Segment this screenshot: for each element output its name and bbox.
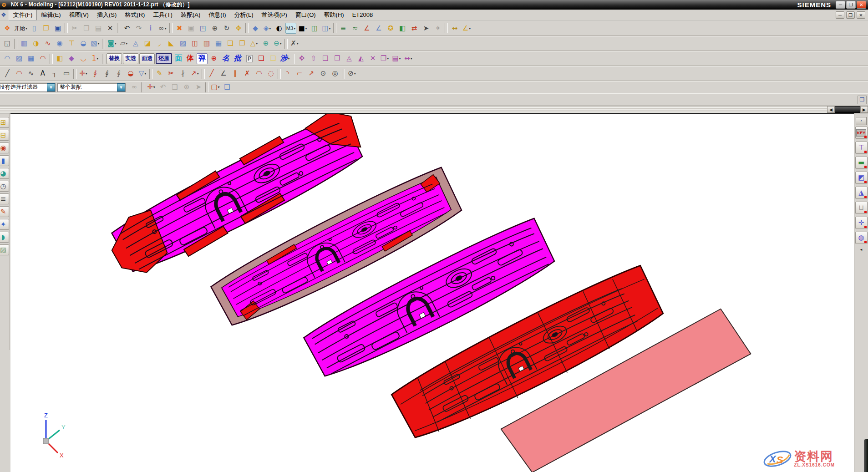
- restore-view-icon[interactable]: ❐: [858, 96, 867, 104]
- circle-diameter-icon-dropdown[interactable]: ▾: [354, 71, 356, 76]
- new-file-icon[interactable]: ▯: [29, 23, 40, 34]
- offset-region-icon[interactable]: ❑: [320, 53, 331, 64]
- redo-icon[interactable]: ↷: [133, 23, 144, 34]
- track-point-icon[interactable]: ◉: [0, 142, 9, 153]
- select-cursor-icon[interactable]: ➤: [421, 23, 431, 34]
- fillet-corner-icon[interactable]: ◝: [282, 68, 293, 79]
- restore-button-window[interactable]: ❐: [846, 1, 856, 9]
- resize-face-icon[interactable]: ↔▾: [403, 53, 414, 64]
- menu-preferences[interactable]: 首选项(P): [257, 10, 291, 20]
- remove-feature-icon[interactable]: ✕: [367, 53, 378, 64]
- trim-corner-icon[interactable]: ↗: [306, 68, 317, 79]
- pattern-face-icon[interactable]: ▤▾: [391, 53, 402, 64]
- draft-icon[interactable]: △▾: [249, 38, 259, 49]
- analysis-tool-icon[interactable]: ✦: [0, 219, 9, 230]
- batch-tool-button[interactable]: 批: [232, 53, 243, 64]
- spline-icon[interactable]: ∿: [25, 68, 36, 79]
- resource-expand-icon[interactable]: ›: [856, 117, 867, 125]
- dotted-circle-icon[interactable]: ◌: [265, 68, 276, 79]
- menu-window[interactable]: 窗口(O): [291, 10, 320, 20]
- pad-icon[interactable]: ◒: [78, 38, 89, 49]
- measure-angle-icon[interactable]: ∠▾: [461, 23, 472, 34]
- corner-curve-icon[interactable]: ┐: [49, 68, 60, 79]
- datum-plane-icon-dropdown[interactable]: ▾: [126, 41, 127, 46]
- swap-visibility-icon[interactable]: ⇄: [409, 23, 420, 34]
- blue-tool-icon[interactable]: ▮: [0, 155, 9, 166]
- rectangle-select-icon-dropdown[interactable]: ▾: [218, 85, 220, 89]
- menu-format[interactable]: 格式(R): [121, 10, 149, 20]
- save-icon[interactable]: ▣: [52, 23, 63, 34]
- intersect-curve-icon[interactable]: ▽▾: [137, 68, 148, 79]
- curve-length-icon-dropdown[interactable]: ▾: [197, 71, 199, 76]
- snap-point-icon-dropdown[interactable]: ▾: [153, 85, 155, 89]
- roles-people-icon[interactable]: ◗: [0, 232, 9, 243]
- orient-view-icon[interactable]: ◈▾: [262, 23, 273, 34]
- start-button-dropdown[interactable]: ▾: [25, 26, 27, 30]
- menu-assemblies[interactable]: 装配(A): [177, 10, 204, 20]
- feature-dimension-icon-dropdown[interactable]: ▾: [297, 41, 299, 46]
- scroll-right-icon[interactable]: ▶: [860, 106, 868, 113]
- scope-dropdown-icon[interactable]: ▼: [117, 83, 125, 91]
- copy-point-icon[interactable]: P: [244, 53, 255, 64]
- parallel-line-icon[interactable]: ∥: [230, 68, 241, 79]
- clip-work-section-icon-dropdown[interactable]: ▾: [329, 26, 331, 30]
- unite-body-icon[interactable]: ❑: [225, 38, 236, 49]
- open-folder-icon[interactable]: ❐: [41, 23, 51, 34]
- minimize-button[interactable]: ─: [836, 1, 845, 9]
- datum-plane-icon[interactable]: ▱▾: [118, 38, 129, 49]
- customize-grid-icon[interactable]: ◱: [2, 38, 13, 49]
- appearance-pencil-icon[interactable]: ✎: [0, 206, 9, 217]
- solid-translucent-button[interactable]: 实透: [123, 53, 138, 64]
- line-icon[interactable]: ╱: [2, 68, 13, 79]
- part-knob-icon[interactable]: ◍: [855, 232, 868, 244]
- detail-list-icon[interactable]: ≡: [0, 193, 9, 204]
- hole-icon[interactable]: ◉: [54, 38, 65, 49]
- basic-arc-icon[interactable]: ◠: [254, 68, 264, 79]
- spring-tool-button[interactable]: 弹: [197, 53, 208, 64]
- menu-tools[interactable]: 工具(T): [149, 10, 177, 20]
- copy-face-icon-dropdown[interactable]: ▾: [387, 56, 389, 61]
- point-icon[interactable]: ✛▾: [78, 68, 89, 79]
- zoom-region-icon[interactable]: ◳: [198, 23, 208, 34]
- selection-scope-combo[interactable]: 整个装配 ▼: [57, 83, 126, 92]
- boolean-subtract-icon-dropdown[interactable]: ▾: [280, 41, 282, 46]
- chamfer-corner-icon[interactable]: ⌐: [294, 68, 305, 79]
- horizontal-scrollbar[interactable]: ◀ ▶: [0, 106, 868, 113]
- pull-face-icon[interactable]: ⇧: [308, 53, 319, 64]
- start-button[interactable]: 开始▾: [14, 23, 28, 34]
- rotate-view-icon[interactable]: ↻: [221, 23, 232, 34]
- scene-image-icon[interactable]: ▨: [0, 244, 9, 255]
- selection-filter-combo[interactable]: 没有选择过滤器 ▼: [0, 83, 56, 92]
- body-tool-button[interactable]: 体: [185, 53, 196, 64]
- trimmed-sheet-icon[interactable]: ▨: [178, 38, 188, 49]
- zoom-in-out-icon[interactable]: ⊕: [209, 23, 220, 34]
- menu-file[interactable]: 文件(F): [9, 10, 37, 20]
- menu-information[interactable]: 信息(I): [204, 10, 230, 20]
- history-clock-icon[interactable]: ◷: [0, 181, 9, 192]
- edit-parameters-icon[interactable]: ✎: [154, 68, 165, 79]
- one-step-icon-dropdown[interactable]: ▾: [96, 56, 98, 61]
- find-component-icon-dropdown[interactable]: ▾: [165, 26, 167, 30]
- part-bracket-icon[interactable]: ◮: [855, 187, 868, 199]
- filter-dropdown-icon[interactable]: ▼: [47, 83, 55, 91]
- ruled-surface-icon[interactable]: ▨: [14, 53, 25, 64]
- schematic-icon[interactable]: ⊞: [0, 117, 9, 128]
- menu-insert[interactable]: 插入(S): [93, 10, 121, 20]
- key-library-icon[interactable]: KEY: [855, 127, 868, 139]
- menu-analysis[interactable]: 分析(L): [230, 10, 258, 20]
- datum-csys-icon[interactable]: ◬: [130, 38, 141, 49]
- part-plate-icon[interactable]: ◩: [855, 172, 868, 184]
- circle-center-icon[interactable]: ⊙: [318, 68, 329, 79]
- filter-node-icon[interactable]: ⊟: [0, 130, 9, 141]
- measure-distance-icon[interactable]: ↔: [449, 23, 460, 34]
- interference-button-dropdown[interactable]: ▾: [288, 56, 289, 61]
- sketch-icon-dropdown[interactable]: ▾: [115, 41, 117, 46]
- join-face-icon[interactable]: ▦: [213, 38, 224, 49]
- part-cross-icon[interactable]: ✛: [855, 217, 868, 229]
- fit-view-icon[interactable]: ✖: [174, 23, 185, 34]
- menu-help[interactable]: 帮助(H): [320, 10, 348, 20]
- key-function-icon[interactable]: ✪: [385, 23, 396, 34]
- resource-collapse-icon[interactable]: ◂: [860, 247, 863, 252]
- horizontal-scroll-thumb[interactable]: [835, 106, 860, 113]
- clip-section-icon[interactable]: ◫: [309, 23, 320, 34]
